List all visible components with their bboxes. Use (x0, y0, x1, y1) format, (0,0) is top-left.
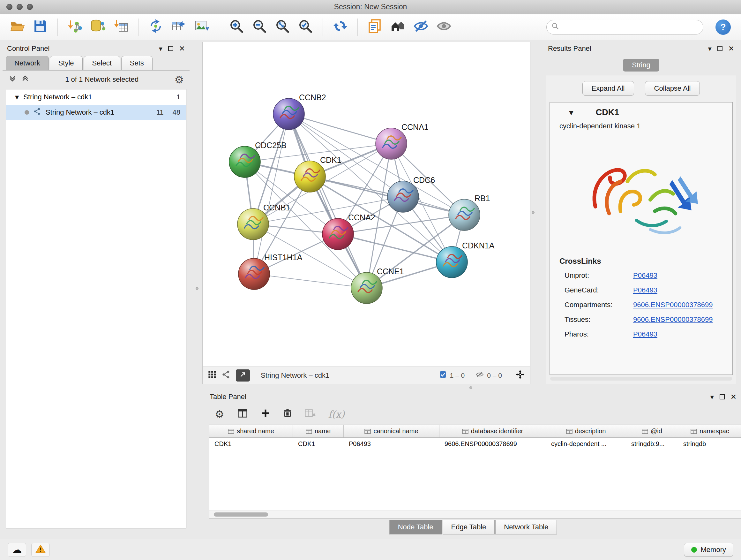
show-hidden-button[interactable] (434, 17, 454, 37)
tab-network[interactable]: Network (6, 56, 49, 70)
gear-icon[interactable]: ⚙ (174, 74, 184, 85)
results-scrollbar[interactable] (550, 377, 732, 381)
export-image-button[interactable] (192, 17, 211, 37)
selected-checkbox-icon[interactable] (439, 371, 447, 380)
table-options-gear-icon[interactable]: ⚙ (215, 409, 224, 420)
tab-edge-table[interactable]: Edge Table (443, 520, 495, 535)
edge-HIST1H1A-CCNE1[interactable] (254, 274, 367, 288)
panel-close-icon[interactable]: ✕ (728, 44, 734, 53)
table-cell[interactable]: stringdb:9... (626, 438, 678, 451)
tab-style[interactable]: Style (50, 56, 83, 70)
open-session-button[interactable] (8, 17, 27, 37)
hidden-eye-icon[interactable] (475, 370, 484, 380)
panel-float-icon[interactable] (168, 46, 173, 51)
add-column-icon[interactable] (261, 408, 270, 420)
network-node-HIST1H1A[interactable]: HIST1H1A (239, 253, 302, 290)
column-header-database-identifier[interactable]: database identifier (440, 425, 546, 437)
zoom-window-button[interactable] (27, 4, 33, 10)
edge-CCNB2-CCNE1[interactable] (289, 114, 367, 288)
collapse-all-button[interactable]: Collapse All (645, 81, 700, 96)
edge-CCNB2-HIST1H1A[interactable] (254, 114, 289, 274)
splitter-handle[interactable] (196, 287, 199, 290)
zoom-in-button[interactable] (227, 17, 246, 37)
search-box[interactable] (546, 20, 703, 35)
import-table-button[interactable] (111, 17, 131, 37)
table-cell[interactable]: cyclin-dependent ... (546, 438, 626, 451)
table-row[interactable]: CDK1CDK1P064939606.ENSP00000378699cyclin… (209, 438, 741, 451)
panel-float-icon[interactable] (718, 46, 723, 51)
tab-network-table[interactable]: Network Table (495, 520, 557, 535)
cloud-button[interactable]: ☁ (8, 543, 26, 557)
panel-close-icon[interactable]: ✕ (179, 44, 185, 53)
panel-float-icon[interactable] (720, 394, 725, 399)
help-button[interactable]: ? (716, 19, 731, 35)
crosslink-link-tissues[interactable]: 9606.ENSP00000378699 (633, 315, 713, 324)
column-header-@id[interactable]: @id (626, 425, 678, 437)
delete-column-icon[interactable] (283, 408, 292, 420)
network-graph[interactable]: CCNB2CCNA1CDC25BCDK1CDC6RB1CCNB1CCNA2CDK… (203, 42, 530, 367)
network-from-table-button[interactable] (169, 17, 188, 37)
new-network-button[interactable] (146, 17, 165, 37)
import-network-file-button[interactable] (65, 17, 84, 37)
expand-all-button[interactable]: Expand All (583, 81, 634, 96)
tree-network-row[interactable]: String Network – cdk1 11 48 (6, 105, 186, 120)
save-session-button[interactable] (30, 17, 50, 37)
table-cell[interactable]: stringdb (678, 438, 741, 451)
string-tab[interactable]: String (623, 59, 659, 71)
hide-selected-button[interactable] (411, 17, 430, 37)
table-cell[interactable]: 9606.ENSP00000378699 (440, 438, 546, 451)
tab-sets[interactable]: Sets (121, 56, 152, 70)
column-header-name[interactable]: name (293, 425, 344, 437)
network-node-CCNB2[interactable]: CCNB2 (273, 93, 326, 130)
panel-close-icon[interactable]: ✕ (731, 393, 737, 401)
table-cell[interactable]: P06493 (344, 438, 440, 451)
import-network-database-button[interactable] (88, 17, 108, 37)
edge-CCNA2-CDKN1A[interactable] (338, 234, 452, 262)
edge-CDK1-RB1[interactable] (310, 177, 464, 215)
column-header-namespac[interactable]: namespac (678, 425, 741, 437)
table-horizontal-scrollbar[interactable] (209, 510, 741, 518)
crosslink-link-pharos[interactable]: P06493 (633, 330, 657, 338)
network-node-CCNA1[interactable]: CCNA1 (376, 123, 428, 159)
crosslink-link-uniprot[interactable]: P06493 (633, 271, 657, 280)
table-cell[interactable]: CDK1 (293, 438, 344, 451)
entry-collapse-icon[interactable]: ▼ (569, 109, 574, 116)
birdseye-grid-icon[interactable] (208, 370, 217, 381)
network-node-CCNB1[interactable]: CCNB1 (238, 203, 290, 240)
memory-button[interactable]: Memory (684, 543, 733, 557)
zoom-out-button[interactable] (250, 17, 269, 37)
tree-expand-icon[interactable]: ▼ (15, 94, 19, 100)
search-input[interactable] (562, 23, 698, 31)
panel-collapse-icon[interactable]: ▾ (708, 45, 712, 53)
fit-content-crosshair-icon[interactable] (515, 370, 525, 381)
splitter-handle[interactable] (469, 386, 472, 389)
network-canvas[interactable]: CCNB2CCNA1CDC25BCDK1CDC6RB1CCNB1CCNA2CDK… (202, 42, 530, 367)
panel-collapse-icon[interactable]: ▾ (711, 393, 714, 401)
column-header-canonical-name[interactable]: canonical name (344, 425, 440, 437)
tab-select[interactable]: Select (84, 56, 120, 70)
minimize-window-button[interactable] (17, 4, 23, 10)
splitter-handle[interactable] (532, 211, 535, 214)
table-cell[interactable]: CDK1 (209, 438, 293, 451)
crosslink-link-compartments[interactable]: 9606.ENSP00000378699 (633, 301, 713, 309)
expand-all-tree-icon[interactable] (8, 74, 17, 84)
network-node-CDK1[interactable]: CDK1 (294, 155, 341, 192)
zoom-fit-button[interactable] (273, 17, 292, 37)
copy-document-button[interactable] (365, 17, 385, 37)
panel-collapse-icon[interactable]: ▾ (159, 45, 162, 53)
zoom-selected-button[interactable] (296, 17, 315, 37)
edge-CCNB2-CCNA1[interactable] (289, 114, 391, 144)
column-header-shared-name[interactable]: shared name (209, 425, 293, 437)
tree-root-row[interactable]: ▼ String Network – cdk1 1 (6, 89, 186, 105)
network-node-CDKN1A[interactable]: CDKN1A (436, 241, 495, 278)
crosslink-link-genecard[interactable]: P06493 (633, 286, 657, 294)
column-header-description[interactable]: description (546, 425, 626, 437)
home-button[interactable] (388, 17, 408, 37)
network-node-RB1[interactable]: RB1 (449, 194, 490, 231)
share-network-icon[interactable] (222, 370, 231, 381)
close-window-button[interactable] (6, 4, 12, 10)
refresh-network-button[interactable] (331, 17, 350, 37)
tab-node-table[interactable]: Node Table (389, 520, 442, 535)
scrollbar-thumb[interactable] (214, 512, 268, 516)
open-in-browser-button[interactable] (236, 369, 250, 381)
